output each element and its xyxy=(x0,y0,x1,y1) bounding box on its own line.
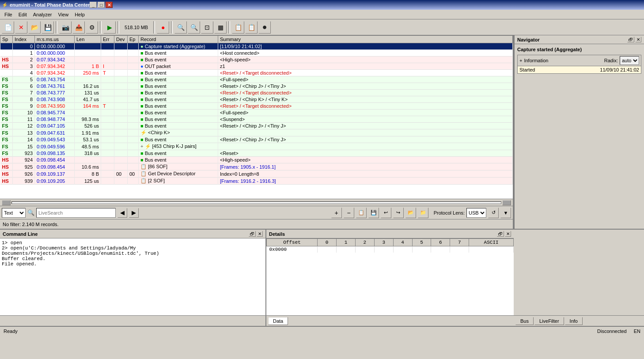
cell-record: ■ Bus event xyxy=(139,136,218,143)
menu-file[interactable]: File xyxy=(2,11,15,18)
cell-summary: <Reset> / <Target disconnected> xyxy=(218,90,513,96)
navigator-close-button[interactable]: ✕ xyxy=(635,37,641,42)
table-row[interactable]: FS120:09.047.105526 us■ Bus event<Reset>… xyxy=(0,123,513,129)
details-close-btn[interactable]: ✕ xyxy=(505,231,511,237)
settings-button[interactable]: ⚙ xyxy=(86,21,98,34)
filter-load-button[interactable]: 📂 xyxy=(405,208,416,218)
table-row[interactable]: FS90:08.743.950164 msT■ Bus event<Reset>… xyxy=(0,103,513,110)
table-row[interactable]: FS70:08.743.777131 us■ Bus event<Reset> … xyxy=(0,90,513,96)
protocol-config-button[interactable]: ▼ xyxy=(500,208,511,218)
table-row[interactable]: HS9250:09.098.45410.6 ms📋 [86 SOF][Frame… xyxy=(0,163,513,170)
filter-export-button[interactable]: 📁 xyxy=(418,208,428,218)
cell-time: 0:09.049.596 xyxy=(35,143,75,150)
table-row[interactable]: FS80:08.743.90841.7 us■ Bus event<Reset>… xyxy=(0,96,513,103)
open-button[interactable]: ✕ xyxy=(15,21,27,34)
filter-copy-button[interactable]: 📋 xyxy=(356,208,367,218)
table-row[interactable]: FS130:09.047.6311.91 ms⚡ <Chirp K> xyxy=(0,129,513,136)
filter-redo-button[interactable]: ↪ xyxy=(393,208,404,218)
cell-time: 0:09.109.205 xyxy=(35,178,75,185)
table-row[interactable]: 10:00.000.000■ Bus event<Host connected> xyxy=(0,50,513,57)
details-restore-btn[interactable]: 🗗 xyxy=(497,231,504,237)
table-row[interactable]: 00:00.000.000● Capture started (Aggregat… xyxy=(0,43,513,50)
protocol-lens-select[interactable]: USB I2C SPI xyxy=(466,208,486,218)
cell-summary: [11/09/10 21:41:02] xyxy=(218,43,513,50)
table-row[interactable]: FS60:08.743.76116.2 us■ Bus event<Reset>… xyxy=(0,83,513,90)
cell-ep xyxy=(128,96,139,103)
cell-len: 53.1 us xyxy=(75,136,101,143)
save-button[interactable]: 💾 xyxy=(42,21,54,34)
table-row[interactable]: 40:07.934.342250 msT■ Bus event<Reset> /… xyxy=(0,70,513,76)
table-row[interactable]: FS150:09.049.59648.5 ms+ ⚡ [453 Chirp K-… xyxy=(0,143,513,150)
command-footer xyxy=(0,315,265,326)
table-row[interactable]: HS20:07.934.342■ Bus event<High-speed> xyxy=(0,57,513,63)
search-input[interactable] xyxy=(36,208,116,218)
cell-summary: <High-speed> xyxy=(218,57,513,63)
cell-time: 0:09.098.454 xyxy=(35,163,75,170)
table-row[interactable]: FS50:08.743.754■ Bus event<Full-speed> xyxy=(0,76,513,83)
minimize-button[interactable]: _ xyxy=(90,2,97,8)
details-byte-5 xyxy=(412,246,431,253)
col-header-index: Index xyxy=(13,36,35,43)
menu-analyzer[interactable]: Analyzer xyxy=(30,11,55,18)
paste-button[interactable]: 📋 xyxy=(245,21,258,34)
capture-button[interactable]: 📷 xyxy=(59,21,72,34)
search-type-select[interactable]: Text Hex Regex xyxy=(2,208,26,218)
protocol-refresh-button[interactable]: ↺ xyxy=(488,208,499,218)
table-row[interactable]: FS9230:09.098.135318 us■ Bus event<Reset… xyxy=(0,150,513,157)
tab-bus[interactable]: Bus xyxy=(515,317,534,325)
menu-view[interactable]: View xyxy=(56,11,72,18)
cell-summary: <Reset> / <Chirp K> / <Tiny K> xyxy=(218,96,513,103)
tab-info[interactable]: Info xyxy=(565,317,583,325)
table-row[interactable]: HS9390:09.109.205125 us📋 [2 SOF][Frames:… xyxy=(0,178,513,185)
cell-ep xyxy=(128,50,139,57)
details-ascii xyxy=(469,246,514,253)
ball-button[interactable]: ● xyxy=(258,21,271,34)
zoom-out-button[interactable]: 🔍 xyxy=(188,21,200,34)
cell-err xyxy=(101,163,114,170)
fit-button[interactable]: ⊡ xyxy=(201,21,213,34)
h-scrollbar[interactable] xyxy=(0,199,513,206)
cell-summary: Index=0 Length=8 xyxy=(218,170,513,178)
filter-add-button[interactable]: + xyxy=(331,208,342,218)
data-table-wrapper[interactable]: Sp Index m:s.ms.us Len Err Dev Ep Record… xyxy=(0,35,513,199)
export-button[interactable]: 📤 xyxy=(72,21,85,34)
search-prev-button[interactable]: ◀ xyxy=(117,208,127,218)
filter-save-button[interactable]: 💾 xyxy=(368,208,379,218)
section-expand-icon[interactable]: + xyxy=(519,58,522,63)
details-byte-4 xyxy=(393,246,412,253)
table-row[interactable]: HS9240:09.098.454■ Bus event<High-speed> xyxy=(0,157,513,163)
recent-button[interactable]: 📂 xyxy=(28,21,41,34)
new-button[interactable]: 📄 xyxy=(2,21,14,34)
table-row[interactable]: FS140:09.049.54353.1 us■ Bus event<Reset… xyxy=(0,136,513,143)
details-col-2: 2 xyxy=(355,239,374,246)
details-tab-data[interactable]: Data xyxy=(268,317,288,325)
navigator-restore-button[interactable]: 🗗 xyxy=(627,37,634,42)
navigator-info-row: Started 11/09/10 21:41:02 xyxy=(518,66,641,73)
radix-select[interactable]: auto hex dec oct xyxy=(620,56,639,65)
table-row[interactable]: FS100:08.945.774■ Bus event<Full-speed> xyxy=(0,110,513,116)
zoom-in-button[interactable]: 🔍 xyxy=(174,21,187,34)
close-button[interactable]: ✕ xyxy=(106,2,113,8)
table-row[interactable]: FS110:08.948.77498.3 ms■ Bus event<Suspe… xyxy=(0,116,513,123)
title-text: enuminit - Total Phase Data Center xyxy=(10,2,90,8)
filter-remove-button[interactable]: − xyxy=(344,208,354,218)
maximize-button[interactable]: □ xyxy=(98,2,105,8)
tab-livefilter[interactable]: LiveFilter xyxy=(534,317,564,325)
cell-record-icon: ■ xyxy=(140,123,145,128)
filter-undo-button[interactable]: ↩ xyxy=(381,208,391,218)
command-close-btn[interactable]: ✕ xyxy=(257,231,263,237)
table-row[interactable]: HS30:07.934.3421 BI● OUT packetz1 xyxy=(0,63,513,70)
run-button[interactable]: ▶ xyxy=(103,21,116,34)
cell-time: 0:09.098.454 xyxy=(35,157,75,163)
view-btn1[interactable]: ▦ xyxy=(214,21,227,34)
record-button[interactable]: ● xyxy=(157,21,169,34)
menu-help[interactable]: Help xyxy=(72,11,87,18)
command-restore-btn[interactable]: 🗗 xyxy=(249,231,256,237)
copy-button[interactable]: 📋 xyxy=(232,21,244,34)
command-body[interactable]: 1> open 2> open(u'C:/Documents and Setti… xyxy=(0,238,265,315)
cell-len: 1.91 ms xyxy=(75,129,101,136)
search-next-button[interactable]: ▶ xyxy=(129,208,139,218)
menu-edit[interactable]: Edit xyxy=(16,11,30,18)
cell-record-icon: ● xyxy=(140,64,145,69)
table-row[interactable]: HS9260:09.109.1378 B0000📋 Get Device Des… xyxy=(0,170,513,178)
